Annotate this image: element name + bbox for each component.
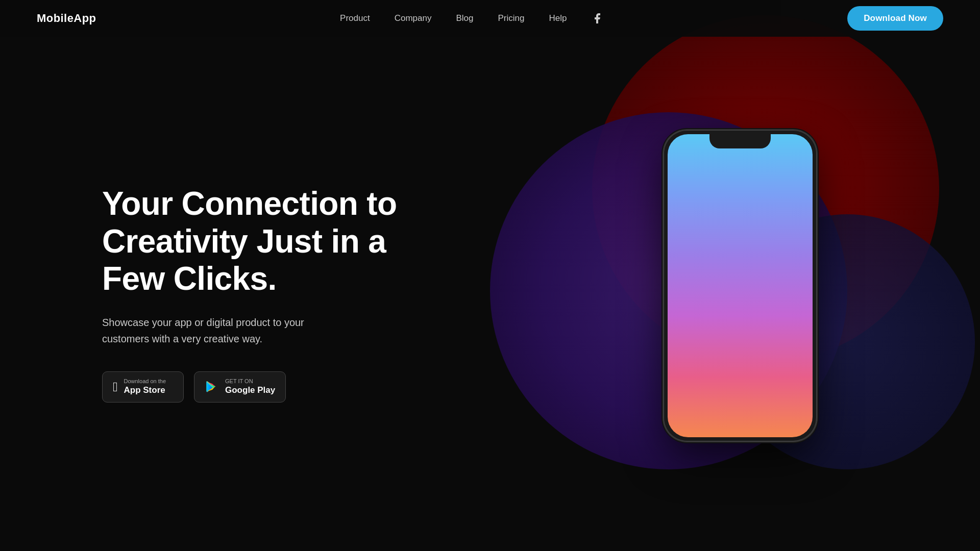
app-store-large-text: App Store xyxy=(124,385,166,396)
google-play-text: GET IT ON Google Play xyxy=(225,378,275,396)
app-store-button[interactable]:  Download on the App Store xyxy=(102,371,184,403)
brand-logo: MobileApp xyxy=(37,12,96,25)
nav-company[interactable]: Company xyxy=(395,13,432,23)
nav-links: Product Company Blog Pricing Help xyxy=(340,12,603,24)
nav-facebook-link[interactable] xyxy=(591,12,603,24)
phone-notch xyxy=(709,134,771,148)
google-play-large-text: Google Play xyxy=(225,385,275,396)
nav-pricing[interactable]: Pricing xyxy=(498,13,524,23)
phone-device xyxy=(664,130,817,441)
hero-title: Your Connection to Creativity Just in a … xyxy=(102,185,419,298)
phone-screen xyxy=(668,134,813,437)
apple-icon:  xyxy=(113,380,118,393)
hero-subtitle: Showcase your app or digital product to … xyxy=(102,314,347,347)
app-store-small-text: Download on the xyxy=(124,378,166,385)
phone-mockup xyxy=(664,130,817,441)
nav-product[interactable]: Product xyxy=(340,13,370,23)
store-buttons:  Download on the App Store xyxy=(102,371,419,403)
google-play-small-text: GET IT ON xyxy=(225,378,275,385)
nav-blog[interactable]: Blog xyxy=(456,13,473,23)
nav-help[interactable]: Help xyxy=(549,13,567,23)
download-now-button[interactable]: Download Now xyxy=(847,6,943,31)
hero-content: Your Connection to Creativity Just in a … xyxy=(102,185,419,403)
google-play-icon xyxy=(205,380,219,394)
navbar: MobileApp Product Company Blog Pricing H… xyxy=(0,0,980,37)
google-play-button[interactable]: GET IT ON Google Play xyxy=(194,371,286,403)
facebook-icon xyxy=(591,12,603,24)
app-store-text: Download on the App Store xyxy=(124,378,166,396)
hero-section: Your Connection to Creativity Just in a … xyxy=(0,0,980,551)
